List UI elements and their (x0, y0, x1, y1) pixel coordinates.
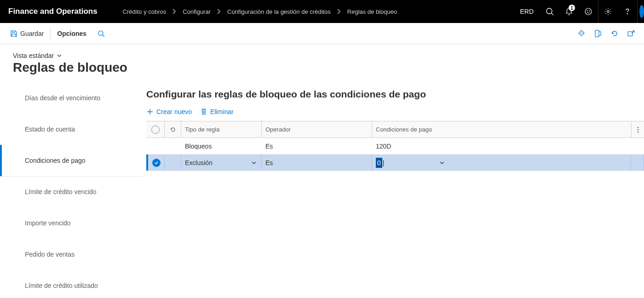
sidebar-item-terms-of-payment[interactable]: Condiciones de pago (0, 145, 143, 176)
delete-label: Eliminar (210, 108, 234, 115)
new-label: Crear nuevo (156, 108, 192, 115)
grid-header: Tipo de regla Operador Condiciones de pa… (146, 121, 644, 138)
sidebar-item-label: Límite de crédito vencido (25, 188, 97, 195)
sidebar-item-credit-limit-used[interactable]: Límite de crédito utilizado (0, 270, 143, 294)
svg-line-8 (103, 35, 104, 37)
select-all-checkbox[interactable] (146, 121, 165, 138)
sidebar-item-account-status[interactable]: Estado de cuenta (0, 114, 143, 145)
row-trailing (631, 155, 644, 171)
column-header-tipo[interactable]: Tipo de regla (181, 121, 262, 138)
row-selector[interactable] (148, 155, 165, 171)
options-button[interactable]: Opciones (52, 23, 92, 44)
action-search-button[interactable] (92, 23, 113, 44)
view-label: Vista estándar (13, 52, 54, 59)
cell-condiciones-dropdown[interactable]: 0| (372, 155, 631, 171)
company-picker[interactable]: ERD (513, 8, 540, 15)
check-icon (152, 159, 161, 167)
svg-line-1 (552, 13, 554, 16)
table-row[interactable]: Exclusión Es 0| (146, 155, 644, 171)
chevron-down-icon (251, 160, 257, 166)
svg-point-13 (637, 131, 638, 132)
notifications-icon[interactable]: 1 (559, 0, 579, 23)
action-separator (50, 27, 51, 40)
svg-rect-10 (628, 32, 632, 36)
feedback-icon[interactable] (579, 0, 598, 23)
chevron-right-icon (217, 9, 221, 14)
svg-rect-9 (595, 30, 599, 37)
sidebar-item-label: Importe vencido (25, 219, 71, 227)
breadcrumb-item[interactable]: Configuración de la gestión de créditos (227, 8, 331, 15)
help-icon[interactable] (618, 0, 637, 23)
row-trailing (631, 138, 644, 154)
svg-point-3 (587, 11, 588, 11)
action-bar-right (573, 23, 639, 44)
table-row[interactable]: Bloqueos Es 120D (146, 138, 644, 155)
save-button[interactable]: Guardar (5, 23, 49, 44)
settings-icon[interactable] (598, 0, 618, 23)
sidebar-item-label: Estado de cuenta (25, 126, 75, 133)
cell-tipo[interactable]: Bloqueos (181, 138, 262, 154)
breadcrumb: Crédito y cobros Configurar Configuració… (123, 8, 514, 15)
delete-button[interactable]: Eliminar (200, 108, 234, 115)
body: Días desde el vencimiento Estado de cuen… (0, 82, 644, 294)
svg-point-5 (607, 11, 609, 12)
new-button[interactable]: Crear nuevo (146, 108, 192, 115)
top-header: Finance and Operations Crédito y cobros … (0, 0, 644, 23)
cell-operador[interactable]: Es (262, 138, 372, 154)
breadcrumb-item[interactable]: Configurar (183, 8, 211, 15)
plus-icon (146, 108, 154, 115)
attachments-icon[interactable] (573, 23, 590, 44)
row-selector[interactable] (146, 138, 165, 154)
breadcrumb-item[interactable]: Reglas de bloqueo (347, 8, 397, 15)
sidebar: Días desde el vencimiento Estado de cuen… (0, 82, 143, 294)
main: Configurar las reglas de bloqueo de las … (143, 82, 644, 294)
svg-point-6 (627, 13, 628, 14)
header-right: ERD 1 (513, 0, 644, 23)
sidebar-item-label: Días desde el vencimiento (25, 94, 100, 102)
breadcrumb-item[interactable]: Crédito y cobros (123, 8, 167, 15)
sidebar-item-overdue-amount[interactable]: Importe vencido (0, 207, 143, 239)
sidebar-item-days-overdue[interactable]: Días desde el vencimiento (0, 82, 143, 114)
page-header: Vista estándar Reglas de bloqueo (0, 44, 644, 82)
save-label: Guardar (20, 30, 44, 37)
svg-point-0 (546, 8, 552, 14)
svg-point-11 (637, 126, 638, 128)
grid-options-icon[interactable] (631, 121, 644, 138)
notification-badge: 1 (569, 5, 575, 11)
page-title: Reglas de bloqueo (13, 60, 644, 75)
svg-point-7 (98, 31, 103, 35)
chevron-right-icon (172, 9, 176, 14)
search-icon (98, 30, 105, 37)
trash-icon (200, 108, 207, 115)
refresh-icon[interactable] (606, 23, 623, 44)
cell-tipo-dropdown[interactable]: Exclusión (181, 155, 262, 171)
cell-condiciones[interactable]: 120D (372, 138, 631, 154)
row-spacer (165, 138, 181, 154)
grid: Tipo de regla Operador Condiciones de pa… (146, 121, 644, 171)
grid-refresh-icon[interactable] (165, 121, 181, 138)
chevron-right-icon (337, 9, 341, 14)
search-icon[interactable] (540, 0, 559, 23)
office-icon[interactable] (590, 23, 606, 44)
cell-value-selected: 0 (376, 158, 382, 168)
column-header-operador[interactable]: Operador (262, 121, 372, 138)
sidebar-item-sales-order[interactable]: Pedido de ventas (0, 239, 143, 270)
sidebar-item-label: Límite de crédito utilizado (25, 282, 98, 289)
save-icon (10, 30, 17, 37)
sidebar-item-label: Pedido de ventas (25, 251, 75, 258)
main-title: Configurar las reglas de bloqueo de las … (146, 82, 644, 108)
sidebar-item-label: Condiciones de pago (25, 157, 86, 164)
svg-point-12 (637, 129, 638, 130)
popout-icon[interactable] (623, 23, 639, 44)
grid-toolbar: Crear nuevo Eliminar (146, 108, 644, 115)
cell-operador[interactable]: Es (262, 155, 372, 171)
sidebar-item-credit-limit-expired[interactable]: Límite de crédito vencido (0, 176, 143, 207)
svg-point-4 (589, 11, 590, 11)
column-header-condiciones[interactable]: Condiciones de pago (372, 121, 631, 138)
action-bar: Guardar Opciones (0, 23, 644, 44)
row-spacer (165, 155, 181, 171)
text-cursor: | (383, 159, 385, 166)
user-avatar[interactable] (638, 0, 644, 23)
chevron-down-icon (57, 53, 62, 58)
view-switcher[interactable]: Vista estándar (13, 52, 62, 59)
